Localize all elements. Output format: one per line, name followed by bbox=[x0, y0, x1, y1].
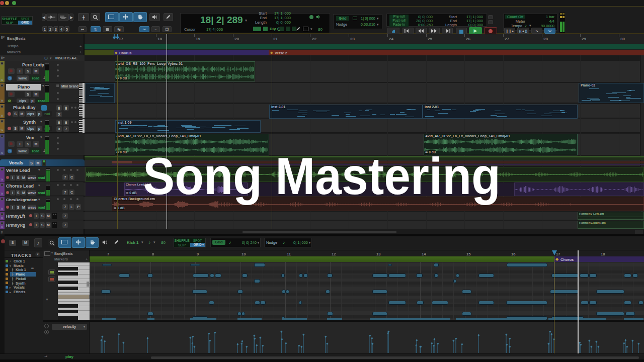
svg-text:Song Mastering: Song Mastering bbox=[143, 147, 501, 205]
